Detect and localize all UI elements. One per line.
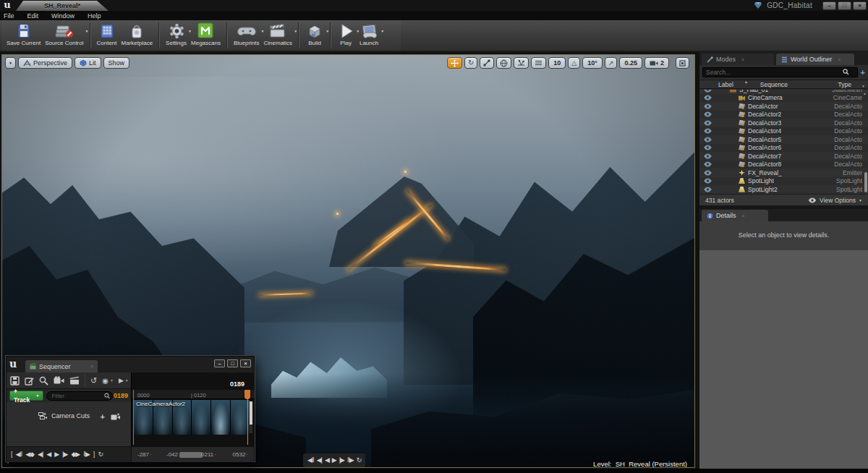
window-minimize-button[interactable]: – xyxy=(822,1,836,10)
current-frame-display[interactable]: 0189 xyxy=(114,392,128,399)
transport-button[interactable]: ] xyxy=(93,449,95,460)
outliner-row[interactable]: DecalActor4 DecalActo xyxy=(699,127,868,136)
outliner-row[interactable]: DecalActor5 DecalActo xyxy=(699,135,868,144)
outliner-row[interactable]: DecalActor3 DecalActo xyxy=(699,119,868,127)
visibility-eye-icon[interactable] xyxy=(699,153,715,159)
cinematics-button[interactable]: Cinematics ▼ xyxy=(262,21,295,50)
tab-details[interactable]: Details × xyxy=(702,210,768,221)
add-camera-cut-icon[interactable]: + xyxy=(101,412,105,421)
lit-mode-button[interactable]: Lit xyxy=(75,57,101,69)
save-sequence-button[interactable] xyxy=(10,376,20,385)
outliner-row[interactable]: CineCamera CineCame xyxy=(699,94,868,103)
viewport-options-button[interactable]: ▼ xyxy=(5,57,16,69)
translate-tool-button[interactable] xyxy=(447,57,462,69)
rotation-snap-value[interactable]: 10° xyxy=(582,57,603,69)
close-icon[interactable]: × xyxy=(838,57,841,62)
visibility-eye-icon[interactable] xyxy=(699,137,715,142)
visibility-eye-icon[interactable] xyxy=(699,103,715,109)
transport-button[interactable]: ◆▶ xyxy=(71,449,80,460)
blueprints-button[interactable]: Blueprints ▼ xyxy=(231,21,262,50)
source-control-button[interactable]: Source Control ▼ xyxy=(43,21,85,50)
search-icon[interactable] xyxy=(39,376,48,385)
dropdown-arrow-icon[interactable]: ▼ xyxy=(85,29,89,33)
add-actor-icon[interactable]: + xyxy=(861,69,865,76)
type-filter-icon[interactable]: ▼ xyxy=(861,84,865,88)
visibility-eye-icon[interactable] xyxy=(699,170,715,176)
transport-button[interactable]: ◀| xyxy=(317,455,322,466)
undo-icon[interactable]: ↺ xyxy=(90,376,97,385)
visibility-eye-icon[interactable] xyxy=(699,178,715,184)
visibility-eye-icon[interactable] xyxy=(699,90,715,93)
save-current-button[interactable]: Save Current xyxy=(4,21,43,50)
visibility-eye-icon[interactable] xyxy=(699,145,715,150)
visibility-eye-icon[interactable] xyxy=(699,187,715,192)
camera-speed-button[interactable]: 2 xyxy=(644,57,669,69)
track-filter-input[interactable] xyxy=(46,391,113,401)
scale-snap-value[interactable]: 0.25 xyxy=(619,57,642,69)
dropdown-arrow-icon[interactable]: ▼ xyxy=(294,29,297,33)
column-type[interactable]: Type xyxy=(800,81,861,88)
tab-sequencer[interactable]: Sequencer × xyxy=(25,360,98,372)
transport-button[interactable]: ‖▶ xyxy=(347,455,354,466)
scale-tool-button[interactable] xyxy=(480,57,494,69)
transport-button[interactable]: ▶ xyxy=(332,455,336,466)
scale-snap-button[interactable]: ↗ xyxy=(605,57,618,69)
transport-button[interactable]: ▶ xyxy=(54,449,59,460)
visibility-eye-icon[interactable] xyxy=(699,95,715,101)
tab-world-outliner[interactable]: World Outliner × xyxy=(776,54,854,65)
transport-button[interactable]: ↻ xyxy=(357,455,362,466)
menu-help[interactable]: Help xyxy=(88,12,101,20)
tab-modes[interactable]: Modes × xyxy=(702,54,774,65)
visibility-eye-icon[interactable] xyxy=(699,161,715,167)
transport-button[interactable]: ◀‖ xyxy=(16,449,22,460)
surface-snap-button[interactable] xyxy=(514,57,529,69)
new-camera-icon[interactable] xyxy=(111,413,121,421)
transport-button[interactable]: ↻ xyxy=(98,449,103,460)
window-maximize-button[interactable]: □ xyxy=(838,1,851,10)
transport-button[interactable]: [ xyxy=(11,449,12,460)
window-minimize-button[interactable]: – xyxy=(214,359,225,367)
range-scrollbar-thumb[interactable] xyxy=(179,452,203,458)
outliner-row[interactable]: SpotLight SpotLight xyxy=(699,177,868,186)
level-tab[interactable]: SH_Reveal* xyxy=(16,1,109,11)
transport-button[interactable]: |▶ xyxy=(339,455,344,466)
playhead-handle[interactable] xyxy=(244,390,250,399)
timeline-ruler[interactable]: 0000 | 0120 xyxy=(132,390,255,399)
dropdown-arrow-icon[interactable]: ▼ xyxy=(380,29,384,33)
sequencer-timeline[interactable]: 0189 0000 | 0120 CineCameraActor2 xyxy=(131,372,255,446)
marketplace-button[interactable]: Marketplace xyxy=(119,21,156,50)
dropdown-arrow-icon[interactable]: ▼ xyxy=(326,29,329,33)
transport-button[interactable]: ◀ xyxy=(325,455,329,466)
grid-snap-value[interactable]: 10 xyxy=(548,57,566,69)
visibility-eye-icon[interactable] xyxy=(699,128,715,134)
content-browser-button[interactable]: Content xyxy=(95,21,119,50)
view-start-value[interactable]: -042 xyxy=(166,451,181,458)
edit-sequence-button[interactable] xyxy=(25,376,34,385)
transport-button[interactable]: ◀ xyxy=(46,449,51,460)
timeline-scrollbar[interactable] xyxy=(250,401,252,433)
build-button[interactable]: Build ▼ xyxy=(303,21,326,50)
window-close-button[interactable]: × xyxy=(240,359,251,367)
close-icon[interactable]: × xyxy=(90,364,93,369)
window-close-button[interactable]: × xyxy=(853,1,867,10)
transport-button[interactable]: ‖▶ xyxy=(83,449,90,460)
view-options-button[interactable]: View Options ▼ xyxy=(808,197,862,204)
outliner-row[interactable]: DecalActor2 DecalActo xyxy=(699,111,868,119)
auto-key-button[interactable]: ◉▼ xyxy=(102,377,114,385)
range-end-value[interactable]: 0532 xyxy=(233,451,248,458)
close-icon[interactable]: × xyxy=(741,57,744,62)
rotation-snap-button[interactable]: △ xyxy=(568,57,580,69)
create-camera-button[interactable] xyxy=(54,376,64,385)
outliner-row[interactable]: DecalActor8 DecalActo xyxy=(699,161,868,169)
transport-button[interactable]: |▶ xyxy=(62,449,67,460)
outliner-row[interactable]: DecalActor7 DecalActo xyxy=(699,152,868,161)
column-sequence[interactable]: Sequence xyxy=(748,81,800,88)
visibility-eye-icon[interactable] xyxy=(699,120,715,126)
close-icon[interactable]: × xyxy=(742,213,745,218)
outliner-row[interactable]: FX_Reveal_ Emitter xyxy=(699,169,868,177)
transport-button[interactable]: ◀◆ xyxy=(25,449,34,460)
camera-cuts-track[interactable]: Camera Cuts xyxy=(38,412,90,419)
transport-button[interactable]: ◀| xyxy=(38,449,43,460)
settings-button[interactable]: Settings ▼ xyxy=(163,21,189,50)
outliner-row[interactable]: SpotLight2 SpotLight xyxy=(699,185,868,194)
